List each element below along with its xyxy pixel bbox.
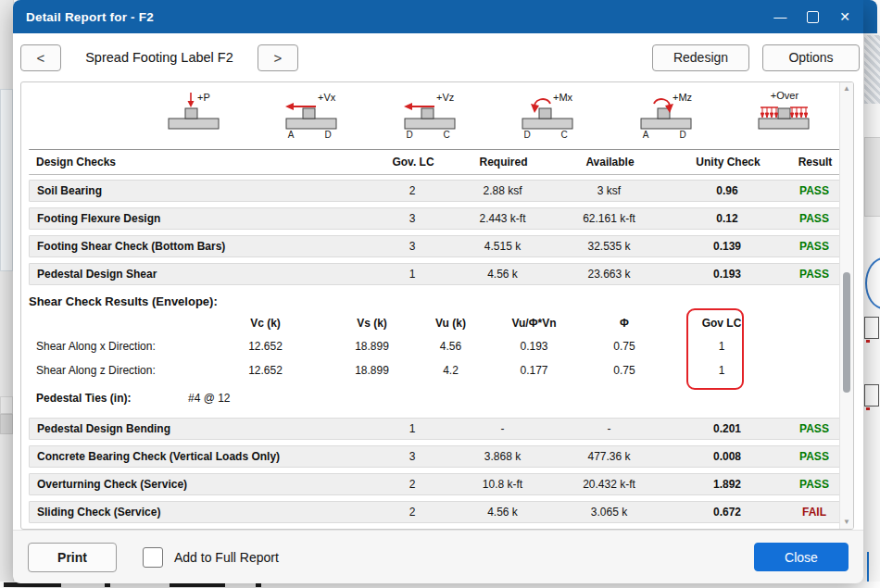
check-name: Pedestal Design Shear [30, 268, 371, 281]
diagram-label: +Vx [318, 92, 336, 103]
check-name: Overturning Check (Service) [30, 478, 371, 491]
chevron-left-icon: < [37, 50, 45, 66]
overburden-diagram: +Over [753, 88, 816, 140]
check-unity: 0.12 [667, 212, 787, 225]
check-required: 2.88 ksf [454, 184, 551, 197]
check-unity: 0.193 [667, 268, 787, 281]
moment-arrow-icon [531, 104, 539, 113]
col-required: Required [455, 156, 552, 169]
background-block [864, 137, 880, 217]
col-available: Available [552, 156, 668, 169]
shear-vx-diagram: +Vx A D [281, 88, 344, 140]
background-cell [864, 317, 879, 339]
result-badge: PASS [787, 450, 841, 463]
table-row: Pedestal Design Shear 1 4.56 k 23.663 k … [29, 263, 842, 285]
col-design-checks: Design Checks [29, 156, 371, 169]
detail-report-dialog: Detail Report for - F2 — ✕ < Spread Foot… [13, 0, 863, 582]
result-badge: FAIL [787, 506, 841, 519]
svg-text:C: C [443, 130, 449, 140]
scroll-down-icon[interactable]: ▼ [840, 516, 853, 529]
diagram-label: +Vz [436, 92, 454, 103]
pedestal-ties-value: #4 @ 12 [188, 392, 231, 405]
shear-header-row: Vc (k) Vs (k) Vu (k) Vu/Φ*Vn Φ Gov LC [29, 312, 842, 334]
report-scrollbar[interactable]: ▲ ▼ [839, 82, 853, 529]
background-cell [864, 384, 879, 407]
chevron-right-icon: > [274, 50, 283, 66]
screen: Detail Report for - F2 — ✕ < Spread Foot… [0, 0, 880, 588]
svg-text:D: D [679, 130, 685, 140]
col-vs: Vs (k) [328, 317, 416, 330]
svg-text:A: A [642, 130, 648, 140]
shear-vz-diagram: +Vz D C [399, 88, 462, 140]
check-name: Sliding Check (Service) [30, 506, 371, 519]
check-name: Concrete Bearing Check (Vertical Loads O… [30, 450, 371, 463]
check-lc: 3 [371, 240, 454, 253]
report-panel: +P +Vx A D [20, 81, 854, 530]
scroll-up-icon[interactable]: ▲ [840, 82, 853, 95]
check-name: Soil Bearing [30, 184, 371, 197]
table-header-row: Design Checks Gov. LC Required Available… [29, 149, 842, 175]
col-result: Result [788, 156, 842, 169]
print-button[interactable]: Print [28, 543, 117, 572]
prev-footing-button[interactable]: < [20, 44, 61, 71]
moment-mx-diagram: +Mx D C [517, 88, 580, 140]
background-app-left [0, 0, 14, 588]
check-available: 23.663 k [551, 268, 667, 281]
result-badge: PASS [787, 268, 841, 281]
svg-text:D: D [325, 130, 332, 140]
footing-label: Spread Footing Label F2 [61, 50, 258, 65]
check-available: 32.535 k [551, 240, 667, 253]
left-arrow-icon [404, 103, 412, 110]
down-arrow-icon [188, 101, 195, 107]
result-badge: PASS [787, 240, 841, 253]
shear-row: Shear Along z Direction: 12.652 18.899 4… [29, 358, 842, 382]
add-to-report-label: Add to Full Report [174, 550, 279, 565]
result-badge: PASS [787, 422, 841, 435]
background-panel [0, 89, 13, 271]
scrollbar-thumb[interactable] [843, 272, 850, 393]
col-unity-check: Unity Check [668, 156, 788, 169]
close-icon[interactable]: ✕ [839, 10, 850, 23]
report-content: +P +Vx A D [21, 82, 842, 529]
background-sketch-arc [865, 257, 880, 309]
next-footing-button[interactable]: > [258, 44, 298, 71]
maximize-icon[interactable] [807, 11, 819, 23]
redesign-button[interactable]: Redesign [652, 44, 749, 71]
table-row: Pedestal Design Bending 1 - - 0.201 PASS [29, 418, 842, 440]
check-required: 2.443 k-ft [454, 212, 551, 225]
dialog-titlebar[interactable]: Detail Report for - F2 — ✕ [13, 0, 863, 33]
check-unity: 0.139 [667, 240, 787, 253]
sign-convention-diagrams: +P +Vx A D [29, 88, 842, 144]
diagram-label: +Mx [553, 92, 573, 103]
design-checks-table: Design Checks Gov. LC Required Available… [29, 149, 842, 285]
pedestal-ties-row: Pedestal Ties (in): #4 @ 12 [29, 392, 842, 405]
background-block [0, 414, 13, 434]
check-required: 4.515 k [454, 240, 551, 253]
col-vc: Vc (k) [203, 317, 328, 330]
result-badge: PASS [787, 184, 841, 197]
col-phi: Φ [583, 317, 666, 330]
background-app-right [863, 0, 880, 588]
check-name: Pedestal Design Bending [30, 422, 371, 435]
design-checks-table-bottom: Pedestal Design Bending 1 - - 0.201 PASS… [29, 418, 842, 523]
moment-mz-diagram: +Mz A D [635, 88, 698, 140]
background-red-mark [866, 340, 870, 343]
add-to-report-checkbox[interactable] [143, 547, 163, 568]
table-row: Concrete Bearing Check (Vertical Loads O… [29, 445, 842, 468]
minimize-icon[interactable]: — [773, 10, 786, 23]
col-vu-phi-vn: Vu/Φ*Vn [485, 317, 583, 330]
check-lc: 1 [371, 268, 454, 281]
shear-direction: Shear Along z Direction: [29, 364, 203, 377]
options-button[interactable]: Options [762, 44, 860, 71]
diagram-label: +Mz [673, 92, 692, 103]
check-available: 62.161 k-ft [551, 212, 667, 225]
close-button[interactable]: Close [754, 543, 849, 571]
navigation-row: < Spread Footing Label F2 > Redesign Opt… [13, 33, 863, 81]
check-lc: 3 [371, 212, 454, 225]
table-row: Soil Bearing 2 2.88 ksf 3 ksf 0.96 PASS [29, 180, 842, 202]
col-gov-lc: Gov LC [666, 317, 777, 330]
table-row: Overturning Check (Service) 2 10.8 k-ft … [29, 473, 842, 495]
check-name: Footing Shear Check (Bottom Bars) [30, 240, 371, 253]
svg-text:D: D [406, 130, 412, 140]
table-row: Footing Flexure Design 3 2.443 k-ft 62.1… [29, 207, 842, 230]
